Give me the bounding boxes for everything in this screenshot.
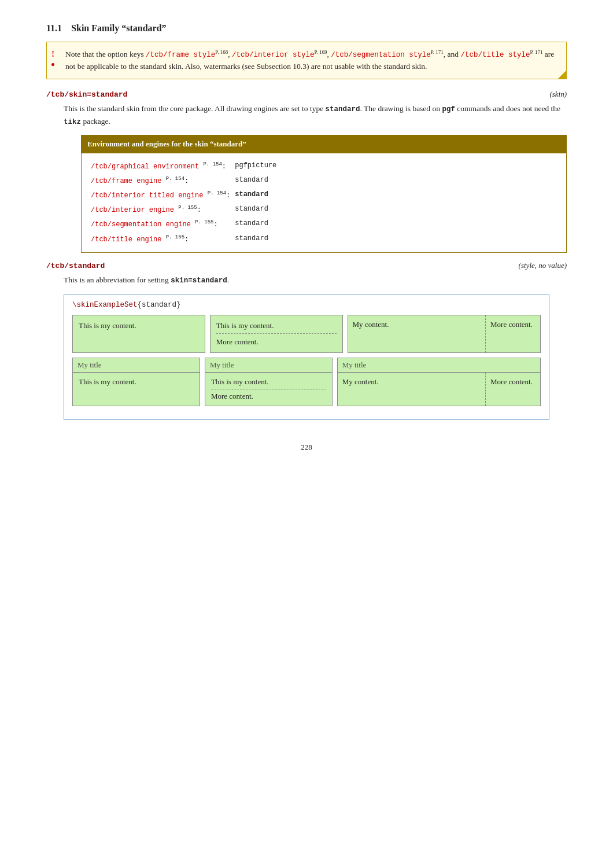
demo-titled-box-2-content: This is my content. More content. xyxy=(205,373,332,406)
demo-box-3-right: More content. xyxy=(485,315,540,352)
demo-box-3: My content. More content. xyxy=(348,315,541,353)
warning-ref4: P. 171 xyxy=(530,49,542,54)
warning-code4: /tcb/title style xyxy=(460,51,530,59)
warning-code1: /tcb/frame style xyxy=(146,51,215,59)
page-number: 228 xyxy=(46,443,567,452)
key1-type: (skin) xyxy=(549,90,567,99)
skin-demo-outer: \skinExampleSet{standard} This is my con… xyxy=(64,295,549,420)
bullet-icon xyxy=(51,63,54,66)
env-value: standard xyxy=(235,217,281,231)
demo-box-1-content: This is my content. xyxy=(79,321,136,330)
key1-description: This is the standard skin from the core … xyxy=(64,102,567,253)
demo-box-3-left: My content. xyxy=(348,315,485,352)
warning-ref2: P. 169 xyxy=(314,49,327,54)
demo-command-red: \skinExampleSet xyxy=(72,301,138,309)
env-value: standard xyxy=(235,188,281,203)
table-row: /tcb/graphical environment P. 154: pgfpi… xyxy=(91,159,281,174)
table-row: /tcb/interior engine P. 155: standard xyxy=(91,203,281,217)
skin-demo-code: \skinExampleSet{standard} xyxy=(72,301,541,309)
demo-titled-box-3: My title My content. More content. xyxy=(337,358,541,406)
key1-desc-text1: This is the standard skin from the core … xyxy=(64,104,560,126)
key1-code-tikz: tikz xyxy=(64,118,81,126)
key2-entry: (style, no value) /tcb/standard This is … xyxy=(46,261,567,286)
section-title: Skin Family “standard” xyxy=(71,23,166,33)
env-key: /tcb/title engine P. 155: xyxy=(91,232,235,247)
exclamation-icon: ! xyxy=(51,48,54,61)
section-heading: 11.1 Skin Family “standard” xyxy=(46,23,567,34)
demo-box-2-more: More content. xyxy=(216,333,337,348)
warning-ref1: P. 168 xyxy=(215,49,228,54)
demo-titled-box-3-left: My content. xyxy=(338,373,485,406)
table-row: /tcb/segmentation engine P. 155: standar… xyxy=(91,217,281,231)
key1-entry: (skin) /tcb/skin=standard This is the st… xyxy=(46,90,567,253)
demo-row-1: This is my content. This is my content. … xyxy=(72,315,541,353)
demo-box-1: This is my content. xyxy=(72,315,205,353)
demo-titled-box-3-title: My title xyxy=(338,358,540,373)
demo-box-2-content: This is my content. xyxy=(216,321,274,330)
env-value: standard xyxy=(235,174,281,188)
key2-label: /tcb/standard xyxy=(46,262,105,270)
env-key: /tcb/frame engine P. 154: xyxy=(91,174,235,188)
demo-row-2: My title This is my content. My title Th… xyxy=(72,358,541,406)
env-key: /tcb/interior engine P. 155: xyxy=(91,203,235,217)
demo-titled-box-2-text: This is my content. xyxy=(211,377,269,386)
demo-titled-box-3-content: My content. More content. xyxy=(338,373,540,406)
env-key: /tcb/segmentation engine P. 155: xyxy=(91,217,235,231)
demo-titled-box-2-title: My title xyxy=(205,358,332,373)
key1-code-standard: standard xyxy=(326,105,360,113)
table-row: /tcb/frame engine P. 154: standard xyxy=(91,174,281,188)
env-box-body: /tcb/graphical environment P. 154: pgfpi… xyxy=(82,153,566,252)
warning-text: Note that the option keys /tcb/frame sty… xyxy=(65,50,554,71)
key1-label: /tcb/skin=standard xyxy=(46,90,127,99)
env-value: standard xyxy=(235,232,281,247)
env-value: standard xyxy=(235,203,281,217)
warning-icon: ! xyxy=(51,48,54,66)
env-value: pgfpicture xyxy=(235,159,281,174)
warning-ref3: P. 171 xyxy=(431,49,444,54)
warning-corner xyxy=(558,71,566,79)
demo-box-2: This is my content. More content. xyxy=(210,315,343,353)
env-box: Environment and engines for the skin “st… xyxy=(81,135,567,253)
table-row: /tcb/title engine P. 155: standard xyxy=(91,232,281,247)
key2-type: (style, no value) xyxy=(519,261,567,270)
env-box-header: Environment and engines for the skin “st… xyxy=(82,135,566,153)
section-number: 11.1 xyxy=(46,23,62,33)
key1-header: (skin) /tcb/skin=standard xyxy=(46,90,567,99)
env-key: /tcb/graphical environment P. 154: xyxy=(91,159,235,174)
warning-code3: /tcb/segmentation style xyxy=(331,51,431,59)
env-key: /tcb/interior titled engine P. 154: xyxy=(91,188,235,203)
key2-header: (style, no value) /tcb/standard xyxy=(46,261,567,270)
warning-code2: /tcb/interior style xyxy=(232,51,315,59)
demo-titled-box-1: My title This is my content. xyxy=(72,358,200,406)
demo-titled-box-3-right: More content. xyxy=(485,373,540,406)
demo-titled-box-1-content: This is my content. xyxy=(73,373,200,406)
warning-box: ! Note that the option keys /tcb/frame s… xyxy=(46,42,567,79)
key1-code-pgf: pgf xyxy=(442,105,455,113)
env-table: /tcb/graphical environment P. 154: pgfpi… xyxy=(91,159,281,247)
key2-description: This is an abbreviation for setting skin… xyxy=(64,274,567,286)
table-row: /tcb/interior titled engine P. 154: stan… xyxy=(91,188,281,203)
key2-code-skin: skin=standard xyxy=(171,277,227,285)
demo-command-arg: {standard} xyxy=(138,301,181,309)
demo-titled-box-2: My title This is my content. More conten… xyxy=(205,358,333,406)
demo-titled-box-2-more: More content. xyxy=(211,389,326,401)
demo-titled-box-1-title: My title xyxy=(73,358,200,373)
